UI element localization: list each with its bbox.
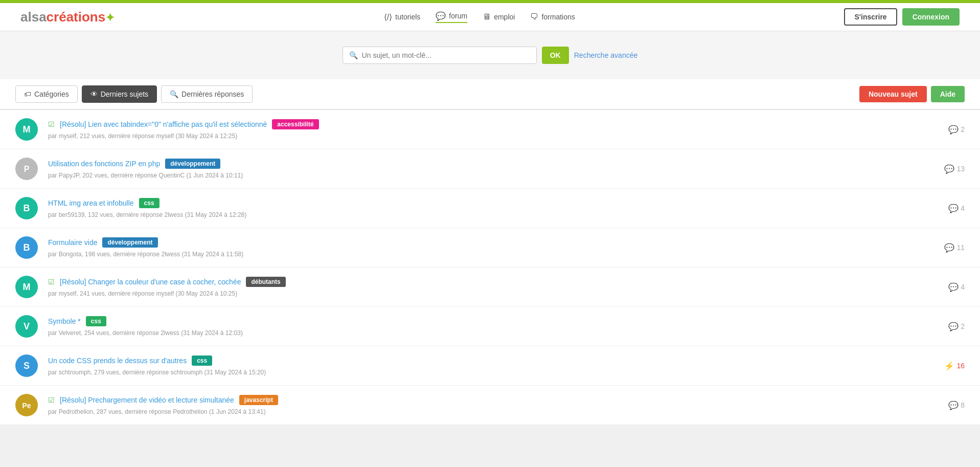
search-box: 🔍 [343,47,537,64]
login-button[interactable]: Connexion [902,8,960,26]
topic-content: ☑ [Résolu] Changer la couleur d'une case… [48,277,929,297]
tab-dernieres-reponses[interactable]: 🔍 Dernières réponses [161,85,253,103]
topic-replies: 💬 8 [939,401,965,410]
topic-tag: accessibilité [272,119,318,129]
reply-count: 2 [961,125,965,134]
avatar: S [15,354,38,377]
topic-replies: 💬 11 [939,243,965,253]
topic-title-row: ☑ [Résolu] Changer la couleur d'une case… [48,277,929,287]
topic-row: S Un code CSS prends le dessus sur d'aut… [0,346,980,386]
topic-title-row: HTML img area et infobulle css [48,198,929,208]
avatar: B [15,236,38,259]
tabs-right: Nouveau sujet Aide [859,86,965,102]
new-topic-button[interactable]: Nouveau sujet [859,86,927,102]
nav-forum[interactable]: 💬 forum [436,11,467,23]
topic-meta: par schtroumph, 279 vues, dernière répon… [48,369,929,376]
eye-icon: 👁 [90,90,98,98]
topic-replies: 💬 13 [939,164,965,174]
topic-title-link[interactable]: Utilisation des fonctions ZIP en php [48,160,160,168]
advanced-search-link[interactable]: Recherche avancée [574,51,638,59]
topic-row: V Symbole * css par Velveret, 254 vues, … [0,307,980,346]
topic-title-row: Un code CSS prends le dessus sur d'autre… [48,355,929,366]
topic-title-link[interactable]: [Résolu] Lien avec tabindex="0" n'affich… [60,120,267,128]
tab-dernieres-reponses-label: Dernières réponses [181,90,244,98]
topic-tag: développement [102,237,157,248]
topic-row: B Formulaire vide développement par Bong… [0,228,980,268]
formations-icon: 🗨 [530,12,538,21]
topic-title-link[interactable]: Symbole * [48,317,81,325]
topic-replies: 💬 4 [939,204,965,213]
topic-row: M ☑ [Résolu] Lien avec tabindex="0" n'af… [0,110,980,149]
tab-derniers-sujets-label: Derniers sujets [101,90,148,98]
topic-meta: par ber59139, 132 vues, dernière réponse… [48,211,929,218]
topic-title-row: ☑ [Résolu] Prechargement de vidéo et lec… [48,395,929,405]
svg-text:P: P [24,165,30,173]
reply-count: 4 [961,283,965,291]
topic-tag: css [139,198,159,208]
topic-content: ☑ [Résolu] Prechargement de vidéo et lec… [48,395,929,415]
search-icon: 🔍 [349,51,358,59]
tabs-left: 🏷 Catégories 👁 Derniers sujets 🔍 Dernièr… [15,85,253,103]
svg-text:Pe: Pe [22,402,31,410]
reply-count: 4 [961,204,965,212]
topic-title-link[interactable]: Formulaire vide [48,238,97,247]
hot-icon: ⚡ [944,361,954,371]
search-ok-button[interactable]: OK [542,47,569,64]
avatar: M [15,276,38,298]
help-button[interactable]: Aide [931,86,965,102]
topics-list: M ☑ [Résolu] Lien avec tabindex="0" n'af… [0,110,980,425]
search-area: 🔍 OK Recherche avancée [0,31,980,79]
topic-title-link[interactable]: [Résolu] Changer la couleur d'une case à… [60,278,241,286]
logo-alsa: alsa [20,9,47,25]
register-button[interactable]: S'inscrire [844,8,897,26]
topic-title-row: Symbole * css [48,316,929,326]
topic-meta: par Pedrothelion, 287 vues, dernière rép… [48,408,929,415]
topic-title-link[interactable]: [Résolu] Prechargement de vidéo et lectu… [60,396,234,404]
topic-title-row: Utilisation des fonctions ZIP en php dév… [48,159,929,169]
header-actions: S'inscrire Connexion [844,8,960,26]
logo-accent-icon: ✦ [105,11,115,24]
nav-tutoriels[interactable]: ⟨/⟩ tutoriels [384,12,420,22]
topic-content: HTML img area et infobulle css par ber59… [48,198,929,218]
nav-tutoriels-label: tutoriels [395,13,420,21]
avatar: Pe [15,394,38,416]
tab-derniers-sujets[interactable]: 👁 Derniers sujets [82,85,157,103]
reply-icon: 💬 [944,164,954,174]
topic-title-row: ☑ [Résolu] Lien avec tabindex="0" n'affi… [48,119,929,129]
resolved-check-icon: ☑ [48,396,55,404]
reply-count: 13 [956,165,965,173]
nav-formations-label: formations [541,13,575,21]
code-icon: ⟨/⟩ [384,12,392,22]
topic-meta: par myself, 212 vues, dernière réponse m… [48,132,929,140]
resolved-check-icon: ☑ [48,278,55,286]
logo[interactable]: alsacréations✦ [20,9,115,25]
nav-forum-label: forum [449,12,467,20]
avatar: B [15,197,38,219]
emploi-icon: 🖥 [483,12,491,21]
nav-formations[interactable]: 🗨 formations [530,12,575,21]
topic-row: Pe ☑ [Résolu] Prechargement de vidéo et … [0,386,980,425]
tab-categories[interactable]: 🏷 Catégories [15,85,78,103]
resolved-check-icon: ☑ [48,120,55,128]
magnify-icon: 🔍 [170,90,178,98]
topic-row: M ☑ [Résolu] Changer la couleur d'une ca… [0,268,980,307]
nav-emploi[interactable]: 🖥 emploi [483,12,515,21]
topic-replies: 💬 2 [939,125,965,135]
logo-creations: créations [47,9,106,25]
reply-icon: 💬 [944,243,954,253]
topic-title-link[interactable]: HTML img area et infobulle [48,199,134,207]
reply-icon: 💬 [948,125,959,135]
tabs-bar: 🏷 Catégories 👁 Derniers sujets 🔍 Dernièr… [0,79,980,110]
tab-categories-label: Catégories [34,90,69,98]
topic-tag: css [192,355,212,366]
topic-replies: ⚡ 16 [939,361,965,371]
topic-content: ☑ [Résolu] Lien avec tabindex="0" n'affi… [48,119,929,140]
topic-tag: débutants [246,277,285,287]
search-input[interactable] [362,51,530,59]
topic-meta: par PapyJP, 202 vues, dernière réponse Q… [48,172,929,179]
nav-emploi-label: emploi [494,13,515,21]
topic-tag: développement [165,159,220,169]
topic-title-link[interactable]: Un code CSS prends le dessus sur d'autre… [48,357,187,365]
topic-tag: css [86,316,106,326]
reply-count: 16 [956,362,965,370]
